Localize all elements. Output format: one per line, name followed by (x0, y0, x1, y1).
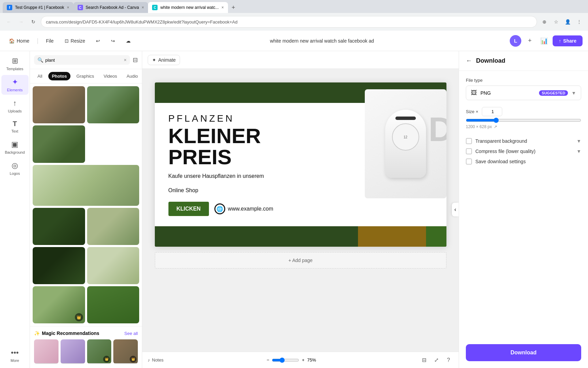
profile-button[interactable]: 👤 (563, 17, 572, 27)
filter-tab-graphics[interactable]: Graphics (73, 72, 98, 80)
address-bar[interactable]: canva.com/design/DAFD5-KX4F4/lup6hJW8uKd… (41, 16, 537, 28)
filter-tab-photos[interactable]: Photos (48, 72, 70, 80)
help-button[interactable]: ? (444, 355, 453, 365)
sidebar-item-uploads[interactable]: ↑ Uploads (1, 96, 29, 116)
download-panel: ← Download File type 🖼 PNG SUGGESTED ▼ S… (459, 51, 588, 368)
size-slider[interactable] (466, 118, 581, 123)
user-avatar[interactable]: L (510, 35, 521, 47)
compress-expand-icon[interactable]: ▼ (576, 149, 581, 154)
file-button[interactable]: File (43, 36, 57, 46)
canvas-wrapper: PFLANZEN KLEINER PREIS Kaufe unsere Haus… (155, 82, 446, 269)
globe-icon: 🌐 (214, 203, 225, 214)
main-layout: ⊞ Templates ✦ Elements ↑ Uploads T Text … (0, 51, 588, 368)
photo-item-7[interactable] (33, 247, 85, 284)
grid-view-button[interactable]: ⊟ (419, 355, 429, 365)
photo-item-9[interactable]: 👑 (33, 286, 85, 323)
save-settings-checkbox[interactable] (466, 158, 472, 165)
compress-checkbox[interactable] (466, 148, 472, 154)
sidebar-item-templates[interactable]: ⊞ Templates (1, 54, 29, 74)
fullscreen-button[interactable]: ⤢ (431, 355, 441, 365)
text-label: Text (11, 129, 18, 133)
sidebar-item-background[interactable]: ▣ Background (1, 137, 29, 157)
panel-back-button[interactable]: ← (466, 57, 472, 64)
tab3-close[interactable]: × (222, 5, 224, 10)
magic-crown-2: 👑 (130, 356, 136, 363)
transparent-expand-icon[interactable]: ▼ (576, 138, 581, 144)
magic-item-4[interactable]: 👑 (113, 339, 138, 364)
size-section: Size × 1200 × 628 px ↗ (466, 107, 581, 129)
file-type-select[interactable]: 🖼 PNG SUGGESTED ▼ (466, 86, 581, 100)
share-button[interactable]: ↑ Share (553, 35, 583, 46)
collapse-panel-button[interactable]: ‹ (452, 203, 459, 216)
notes-label: Notes (152, 357, 164, 363)
nav-forward-button[interactable]: → (16, 17, 26, 27)
zoom-in-button[interactable]: + (302, 357, 305, 363)
tab1-favicon: f (7, 5, 12, 10)
photo-item-3[interactable] (33, 125, 85, 163)
templates-icon: ⊞ (12, 57, 18, 65)
add-button[interactable]: + (524, 35, 536, 47)
save-settings-row: Save download settings (466, 156, 581, 167)
size-row: Size × (466, 107, 581, 116)
sidebar-item-elements[interactable]: ✦ Elements (1, 75, 29, 95)
size-input[interactable] (482, 107, 502, 116)
save-button[interactable]: ☁ (122, 36, 134, 46)
home-icon: 🏠 (9, 38, 15, 44)
tab2-close[interactable]: × (142, 5, 144, 10)
browser-tab-3[interactable]: C white modern new arrival watc... × (148, 2, 228, 13)
filter-tab-videos[interactable]: Videos (100, 72, 121, 80)
undo-button[interactable]: ↩ (93, 36, 103, 46)
magic-item-1[interactable] (34, 339, 59, 364)
add-page-button[interactable]: + Add page (155, 252, 446, 269)
animate-button[interactable]: ✦ Animate (148, 55, 180, 65)
photo-item-1[interactable] (33, 86, 85, 123)
photo-item-2[interactable] (87, 86, 140, 123)
nav-back-button[interactable]: ← (4, 17, 14, 27)
bookmark-button[interactable]: ☆ (551, 17, 561, 27)
photo-item-6[interactable] (87, 208, 140, 245)
analytics-button[interactable]: 📊 (538, 35, 550, 47)
dimensions-text: 1200 × 628 px (466, 124, 492, 129)
nav-reload-button[interactable]: ↻ (29, 17, 38, 27)
magic-title-text: Magic Recommendations (42, 331, 99, 336)
magic-item-3[interactable]: 👑 (87, 339, 112, 364)
search-filter-button[interactable]: ⊟ (133, 56, 138, 64)
photo-item-10[interactable]: 👑 (87, 286, 140, 323)
search-input[interactable] (45, 58, 122, 63)
zoom-out-button[interactable]: − (267, 357, 270, 363)
home-button[interactable]: 🏠 Home (5, 36, 33, 46)
search-clear-button[interactable]: × (124, 57, 127, 63)
sidebar-item-more[interactable]: ••• More (1, 346, 29, 365)
notes-button[interactable]: ♪ Notes (148, 357, 163, 363)
zoom-slider[interactable] (272, 357, 299, 363)
sidebar-item-text[interactable]: T Text (1, 117, 29, 136)
canvas-scroll[interactable]: PFLANZEN KLEINER PREIS Kaufe unsere Haus… (142, 69, 459, 352)
tab1-close[interactable]: × (67, 5, 69, 10)
compress-row: Compress file (lower quality) ▼ (466, 146, 581, 156)
canvas-title-big: KLEINER PREIS (168, 125, 327, 168)
sidebar-item-logos[interactable]: ◎ Logos (1, 158, 29, 178)
redo-icon: ↪ (111, 38, 115, 44)
header-separator: | (37, 37, 38, 44)
menu-button[interactable]: ⋮ (574, 17, 584, 27)
transparent-bg-checkbox[interactable] (466, 138, 472, 144)
resize-button[interactable]: ⊡ Resize (61, 36, 89, 46)
photo-item-8[interactable] (87, 247, 140, 284)
photo-item-5[interactable] (33, 208, 85, 245)
magic-see-all-button[interactable]: See all (124, 331, 138, 336)
magic-item-2[interactable] (61, 339, 85, 364)
extensions-button[interactable]: ⊕ (540, 17, 549, 27)
redo-button[interactable]: ↪ (108, 36, 118, 46)
download-button[interactable]: Download (466, 344, 581, 361)
logos-icon: ◎ (12, 161, 18, 170)
zoom-level: 75% (307, 357, 316, 363)
browser-tab-1[interactable]: f Test Gruppe #1 | Facebook × (3, 2, 74, 13)
photo-item-4[interactable] (33, 165, 139, 206)
uploads-icon: ↑ (13, 99, 17, 108)
filter-tab-all[interactable]: All (34, 72, 46, 80)
canvas-buttons: KLICKEN 🌐 www.example.com (168, 202, 327, 216)
filter-tab-audio[interactable]: Audio (123, 72, 141, 80)
new-tab-button[interactable]: + (228, 2, 239, 13)
browser-tab-2[interactable]: C Search Facebook Ad - Canva × (74, 2, 148, 13)
canvas-subtitle2: Online Shop (168, 187, 327, 194)
